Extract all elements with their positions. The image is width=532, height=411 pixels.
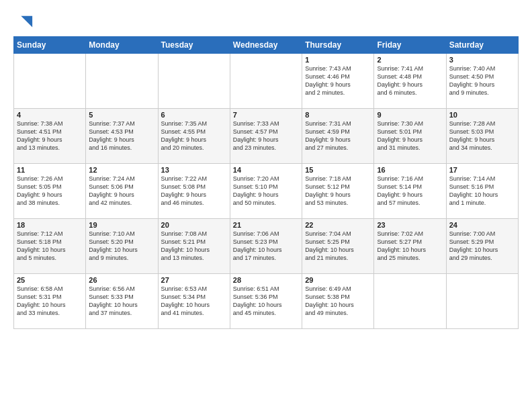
day-number: 3 [449, 56, 515, 64]
day-info: Sunrise: 6:53 AM Sunset: 5:34 PM Dayligh… [161, 285, 227, 318]
calendar-cell: 2Sunrise: 7:41 AM Sunset: 4:48 PM Daylig… [374, 54, 446, 109]
day-number: 9 [377, 111, 443, 119]
day-info: Sunrise: 7:02 AM Sunset: 5:27 PM Dayligh… [377, 230, 443, 263]
calendar-cell: 12Sunrise: 7:24 AM Sunset: 5:06 PM Dayli… [86, 164, 158, 219]
calendar-week-5: 25Sunrise: 6:58 AM Sunset: 5:31 PM Dayli… [14, 274, 519, 329]
day-number: 15 [305, 166, 371, 174]
day-info: Sunrise: 7:40 AM Sunset: 4:50 PM Dayligh… [449, 64, 515, 97]
day-number: 4 [17, 111, 83, 119]
day-number: 18 [17, 221, 83, 229]
calendar-cell: 17Sunrise: 7:14 AM Sunset: 5:16 PM Dayli… [446, 164, 518, 219]
svg-marker-0 [21, 16, 32, 28]
day-number: 22 [305, 221, 371, 229]
calendar-cell: 29Sunrise: 6:49 AM Sunset: 5:38 PM Dayli… [302, 274, 374, 329]
calendar-cell: 23Sunrise: 7:02 AM Sunset: 5:27 PM Dayli… [374, 219, 446, 274]
page: SundayMondayTuesdayWednesdayThursdayFrid… [0, 0, 532, 336]
calendar-cell: 3Sunrise: 7:40 AM Sunset: 4:50 PM Daylig… [446, 54, 518, 109]
day-number: 10 [449, 111, 515, 119]
day-info: Sunrise: 7:18 AM Sunset: 5:12 PM Dayligh… [305, 175, 371, 208]
day-number: 21 [233, 221, 299, 229]
calendar-cell [374, 274, 446, 329]
day-number: 2 [377, 56, 443, 64]
calendar-cell: 18Sunrise: 7:12 AM Sunset: 5:18 PM Dayli… [14, 219, 86, 274]
day-number: 13 [161, 166, 227, 174]
day-number: 24 [449, 221, 515, 229]
calendar-week-2: 4Sunrise: 7:38 AM Sunset: 4:51 PM Daylig… [14, 109, 519, 164]
dow-header-tuesday: Tuesday [158, 37, 230, 54]
logo-icon [15, 13, 34, 32]
calendar-cell: 20Sunrise: 7:08 AM Sunset: 5:21 PM Dayli… [158, 219, 230, 274]
calendar-cell: 24Sunrise: 7:00 AM Sunset: 5:29 PM Dayli… [446, 219, 518, 274]
calendar-week-4: 18Sunrise: 7:12 AM Sunset: 5:18 PM Dayli… [14, 219, 519, 274]
day-info: Sunrise: 7:35 AM Sunset: 4:55 PM Dayligh… [161, 120, 227, 152]
day-number: 14 [233, 166, 299, 174]
dow-header-wednesday: Wednesday [230, 37, 302, 54]
dow-header-monday: Monday [86, 37, 158, 54]
header [13, 11, 519, 32]
day-number: 20 [161, 221, 227, 229]
calendar-week-3: 11Sunrise: 7:26 AM Sunset: 5:05 PM Dayli… [14, 164, 519, 219]
calendar-cell [446, 274, 518, 329]
day-info: Sunrise: 7:00 AM Sunset: 5:29 PM Dayligh… [449, 230, 515, 263]
calendar-cell: 28Sunrise: 6:51 AM Sunset: 5:36 PM Dayli… [230, 274, 302, 329]
calendar-cell [14, 54, 86, 109]
calendar-cell: 25Sunrise: 6:58 AM Sunset: 5:31 PM Dayli… [14, 274, 86, 329]
calendar-cell [86, 54, 158, 109]
calendar-cell: 7Sunrise: 7:33 AM Sunset: 4:57 PM Daylig… [230, 109, 302, 164]
calendar-cell: 9Sunrise: 7:30 AM Sunset: 5:01 PM Daylig… [374, 109, 446, 164]
day-info: Sunrise: 6:51 AM Sunset: 5:36 PM Dayligh… [233, 285, 299, 318]
calendar-cell: 27Sunrise: 6:53 AM Sunset: 5:34 PM Dayli… [158, 274, 230, 329]
day-info: Sunrise: 7:04 AM Sunset: 5:25 PM Dayligh… [305, 230, 371, 263]
calendar-cell: 1Sunrise: 7:43 AM Sunset: 4:46 PM Daylig… [302, 54, 374, 109]
day-info: Sunrise: 7:43 AM Sunset: 4:46 PM Dayligh… [305, 64, 371, 97]
day-number: 23 [377, 221, 443, 229]
calendar-cell: 21Sunrise: 7:06 AM Sunset: 5:23 PM Dayli… [230, 219, 302, 274]
day-info: Sunrise: 7:14 AM Sunset: 5:16 PM Dayligh… [449, 175, 515, 208]
day-info: Sunrise: 7:41 AM Sunset: 4:48 PM Dayligh… [377, 64, 443, 97]
calendar-week-1: 1Sunrise: 7:43 AM Sunset: 4:46 PM Daylig… [14, 54, 519, 109]
day-info: Sunrise: 7:24 AM Sunset: 5:06 PM Dayligh… [89, 175, 154, 208]
calendar-cell [158, 54, 230, 109]
day-info: Sunrise: 7:37 AM Sunset: 4:53 PM Dayligh… [89, 120, 154, 152]
calendar-cell: 15Sunrise: 7:18 AM Sunset: 5:12 PM Dayli… [302, 164, 374, 219]
calendar-cell: 10Sunrise: 7:28 AM Sunset: 5:03 PM Dayli… [446, 109, 518, 164]
days-of-week-row: SundayMondayTuesdayWednesdayThursdayFrid… [14, 37, 519, 54]
day-number: 11 [17, 166, 83, 174]
calendar-cell: 13Sunrise: 7:22 AM Sunset: 5:08 PM Dayli… [158, 164, 230, 219]
day-info: Sunrise: 6:49 AM Sunset: 5:38 PM Dayligh… [305, 285, 371, 318]
day-number: 29 [305, 276, 371, 284]
day-info: Sunrise: 7:26 AM Sunset: 5:05 PM Dayligh… [17, 175, 83, 208]
calendar-cell: 19Sunrise: 7:10 AM Sunset: 5:20 PM Dayli… [86, 219, 158, 274]
day-number: 25 [17, 276, 83, 284]
day-number: 1 [305, 56, 371, 64]
calendar-cell: 14Sunrise: 7:20 AM Sunset: 5:10 PM Dayli… [230, 164, 302, 219]
day-info: Sunrise: 7:10 AM Sunset: 5:20 PM Dayligh… [89, 230, 154, 263]
day-number: 28 [233, 276, 299, 284]
day-number: 27 [161, 276, 227, 284]
day-number: 26 [89, 276, 154, 284]
day-number: 5 [89, 111, 154, 119]
day-info: Sunrise: 7:22 AM Sunset: 5:08 PM Dayligh… [161, 175, 227, 208]
dow-header-friday: Friday [374, 37, 446, 54]
calendar-cell: 11Sunrise: 7:26 AM Sunset: 5:05 PM Dayli… [14, 164, 86, 219]
day-number: 8 [305, 111, 371, 119]
day-info: Sunrise: 6:56 AM Sunset: 5:33 PM Dayligh… [89, 285, 154, 318]
calendar-cell: 5Sunrise: 7:37 AM Sunset: 4:53 PM Daylig… [86, 109, 158, 164]
calendar-cell: 22Sunrise: 7:04 AM Sunset: 5:25 PM Dayli… [302, 219, 374, 274]
logo [13, 13, 34, 32]
calendar-table: SundayMondayTuesdayWednesdayThursdayFrid… [13, 36, 519, 329]
day-info: Sunrise: 7:38 AM Sunset: 4:51 PM Dayligh… [17, 120, 83, 152]
calendar-cell: 8Sunrise: 7:31 AM Sunset: 4:59 PM Daylig… [302, 109, 374, 164]
day-info: Sunrise: 7:06 AM Sunset: 5:23 PM Dayligh… [233, 230, 299, 263]
day-number: 17 [449, 166, 515, 174]
day-info: Sunrise: 7:20 AM Sunset: 5:10 PM Dayligh… [233, 175, 299, 208]
calendar-cell: 6Sunrise: 7:35 AM Sunset: 4:55 PM Daylig… [158, 109, 230, 164]
calendar-cell [230, 54, 302, 109]
day-number: 16 [377, 166, 443, 174]
calendar-cell: 16Sunrise: 7:16 AM Sunset: 5:14 PM Dayli… [374, 164, 446, 219]
day-info: Sunrise: 7:30 AM Sunset: 5:01 PM Dayligh… [377, 120, 443, 152]
calendar-cell: 26Sunrise: 6:56 AM Sunset: 5:33 PM Dayli… [86, 274, 158, 329]
dow-header-sunday: Sunday [14, 37, 86, 54]
day-number: 7 [233, 111, 299, 119]
calendar-cell: 4Sunrise: 7:38 AM Sunset: 4:51 PM Daylig… [14, 109, 86, 164]
